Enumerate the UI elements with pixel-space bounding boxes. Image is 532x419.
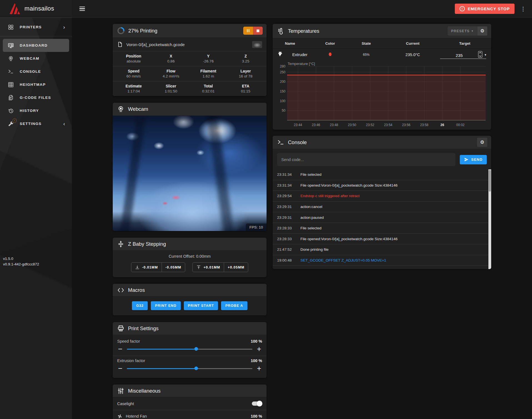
macro-button-g32[interactable]: G32 — [132, 301, 148, 310]
stat-value: 4.2 mm³/s — [152, 74, 190, 78]
factor-value: 100 % — [251, 358, 262, 363]
sidebar-item-label: DASHBOARD — [20, 43, 47, 47]
sidebar-item-history[interactable]: HISTORY — [3, 104, 69, 117]
temperatures-table-header: NameColorStateCurrentTarget — [273, 38, 491, 49]
pause-print-button[interactable] — [243, 27, 253, 35]
temperatures-card: Temperatures PRESETS ▾ ⚙ NameColorStateC… — [273, 24, 491, 130]
stat-speed: Speed60 mm/s — [115, 69, 152, 78]
sidebar-item-label: PRINTERS — [20, 25, 42, 29]
zbaby-button-0.05mm[interactable]: +0.05MM — [224, 263, 248, 272]
console-scrollbar-thumb[interactable] — [489, 170, 491, 192]
stat-total: Total0:32:01 — [190, 84, 227, 93]
log-message: File opened:Voron-0/[a]_pocketwatch.gcod… — [300, 183, 398, 187]
factor-slider[interactable] — [127, 366, 252, 371]
macros-card: Macros G32PRINT ENDPRINT STARTPROBE A — [113, 284, 267, 315]
factor-label: Extrusion factor — [117, 358, 145, 363]
slider-fill — [127, 349, 196, 350]
decrease-button[interactable]: − — [117, 346, 123, 352]
hotend-fan-label: Hotend Fan — [126, 414, 147, 418]
log-message: action:cancel — [300, 205, 322, 209]
console-scrollbar[interactable] — [488, 169, 491, 269]
sidebar-item-label: HISTORY — [20, 109, 39, 113]
status-stats-row: Estimate1:17:04Slicer1:01:50Total0:32:01… — [113, 81, 267, 96]
decrease-button[interactable]: − — [117, 365, 123, 372]
history-icon — [7, 107, 14, 114]
sidebar-divider — [0, 36, 72, 36]
extruder-icon — [273, 51, 285, 58]
stat-z: Z3.25 — [227, 54, 265, 63]
log-time: 23:29:31 — [277, 215, 297, 220]
zbaby-button-0.05mm[interactable]: -0.05MM — [162, 263, 185, 272]
stat-value: 1:17:04 — [115, 89, 152, 93]
increase-button[interactable]: + — [256, 346, 262, 352]
hotend-fan-value: 100 % — [251, 414, 262, 418]
svg-text:50: 50 — [282, 109, 286, 112]
dashboard-content: 27% Printing Voron-0/[a]_pocketwatch.gco… — [72, 18, 532, 419]
sidebar-item-webcam[interactable]: WEBCAM — [3, 52, 69, 65]
zbaby-button-0.01mm[interactable]: -0.01MM — [131, 263, 162, 272]
sidebar-item-dashboard[interactable]: DASHBOARD — [3, 39, 69, 52]
sidebar-item-settings[interactable]: ↑SETTINGS‹ — [3, 117, 69, 130]
sidebar-item-label: WEBCAM — [20, 56, 39, 61]
stat-value: 1.62 m — [190, 74, 227, 78]
sidebar-item-gcode-files[interactable]: G-CODE FILES — [3, 91, 69, 104]
zbaby-button-0.01mm[interactable]: +0.01MM — [193, 263, 224, 272]
progress-ring — [117, 27, 125, 34]
heater-target-input[interactable]: 235▾ — [440, 51, 486, 59]
sidebar-item-label: G-CODE FILES — [20, 96, 51, 100]
macro-button-probe-a[interactable]: PROBE A — [221, 301, 247, 310]
chevron-down-icon[interactable]: ▾ — [485, 53, 486, 58]
stat-label: Flow — [152, 69, 190, 73]
webcam-title: Webcam — [128, 106, 148, 112]
top-app-bar: mainsailos ! EMERGENCY STOP ⋮ — [0, 0, 532, 18]
hamburger-menu-icon[interactable] — [79, 6, 86, 12]
spinner-icon[interactable] — [478, 51, 482, 58]
console-input[interactable] — [277, 153, 455, 166]
increase-button[interactable]: + — [256, 365, 262, 372]
macro-button-print-end[interactable]: PRINT END — [151, 301, 180, 310]
arrow-down-to-bar-icon — [135, 265, 140, 270]
slider-thumb[interactable] — [194, 347, 198, 351]
factor-slider[interactable] — [127, 346, 252, 352]
sidebar-item-console[interactable]: CONSOLE — [3, 65, 69, 78]
slider-fill — [127, 368, 196, 369]
zbaby-button-label: -0.05MM — [165, 265, 181, 269]
zbaby-down-group: -0.01MM-0.05MM — [131, 262, 185, 272]
stat-value: 16 of 78 — [227, 74, 265, 78]
brand-zone: mainsailos — [0, 0, 72, 18]
slider-thumb[interactable] — [194, 367, 198, 370]
current-file-row: Voron-0/[a]_pocketwatch.gcode — [113, 38, 267, 51]
console-log-row: 23:29:31action:paused — [273, 212, 491, 223]
stat-y: Y-26.76 — [190, 54, 227, 63]
sidebar-item-label: SETTINGS — [20, 122, 42, 126]
zbaby-button-label: +0.05MM — [228, 265, 244, 269]
svg-text:250: 250 — [280, 70, 285, 74]
sidebar-item-printers[interactable]: PRINTERS› — [3, 21, 69, 34]
heater-color-dot[interactable] — [315, 52, 345, 57]
log-message: action:paused — [300, 215, 324, 220]
log-time: 23:28:33 — [277, 226, 297, 230]
current-file-name: Voron-0/[a]_pocketwatch.gcode — [126, 42, 185, 47]
caselight-toggle[interactable] — [252, 402, 262, 406]
stat-label: X — [152, 54, 190, 58]
emergency-stop-button[interactable]: ! EMERGENCY STOP — [455, 4, 515, 14]
presets-button[interactable]: PRESETS ▾ — [448, 26, 477, 36]
webcam-icon — [7, 55, 14, 62]
gcode-thumbnail — [252, 41, 262, 48]
stop-print-button[interactable] — [253, 27, 263, 35]
z-offset-icon — [117, 240, 124, 248]
stat-label: ETA — [227, 84, 265, 88]
miscellaneous-card: Miscellaneous Caselight Hotend Fan 100 % — [113, 385, 267, 419]
stat-filament: Filament1.62 m — [190, 69, 227, 78]
sidebar-item-label: CONSOLE — [20, 69, 41, 74]
collapse-sidebar-icon[interactable]: ‹ — [63, 121, 66, 127]
kebab-menu-icon[interactable]: ⋮ — [520, 6, 526, 12]
stat-value: -26.76 — [190, 59, 227, 63]
console-settings-button[interactable]: ⚙ — [477, 138, 487, 147]
macro-button-print-start[interactable]: PRINT START — [184, 301, 218, 310]
sidebar-item-heightmap[interactable]: HEIGHTMAP — [3, 78, 69, 91]
printers-icon — [7, 24, 14, 31]
temperatures-settings-button[interactable]: ⚙ — [477, 26, 487, 36]
send-button[interactable]: SEND — [460, 155, 487, 164]
zbaby-button-label: -0.01MM — [142, 265, 158, 269]
